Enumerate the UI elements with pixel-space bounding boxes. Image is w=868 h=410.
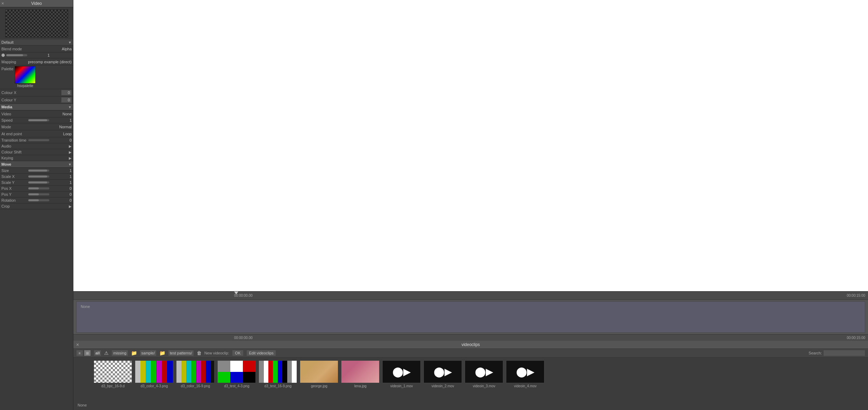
thumb-label-video1: videoin_1.mov xyxy=(390,384,413,388)
list-item[interactable]: george.jpg xyxy=(300,360,338,388)
size-row: Size 1 xyxy=(0,168,73,174)
list-item[interactable]: ⬤▶ videoin_3.mov xyxy=(465,360,503,388)
list-item[interactable]: lena.jpg xyxy=(341,360,379,388)
default-dropdown[interactable]: Default ▼ xyxy=(0,39,73,45)
audio-label: Audio xyxy=(1,144,69,148)
list-item[interactable]: d3_test_16-9.png xyxy=(259,360,297,388)
thumb-color169 xyxy=(176,360,215,383)
opacity-circle[interactable] xyxy=(1,53,5,57)
crop-expand-icon: ▶ xyxy=(69,204,72,208)
move-section-header[interactable]: Move ▼ xyxy=(0,161,73,168)
size-slider[interactable] xyxy=(28,170,49,172)
list-item[interactable]: d3_bpc_16-9.d xyxy=(94,360,132,388)
thumb-bpc xyxy=(94,360,132,383)
colour-shift-label: Colour Shift xyxy=(1,150,69,154)
timeline-area: 00:00:00.00 00:00:15:00 None 00:00:00.00… xyxy=(73,291,868,340)
ok-button[interactable]: OK xyxy=(232,350,244,356)
pos-x-slider[interactable] xyxy=(28,187,49,189)
videoclips-close-button[interactable]: × xyxy=(76,342,79,347)
at-end-point-label: At end point xyxy=(1,132,51,136)
trash-icon[interactable]: 🗑 xyxy=(197,350,202,356)
filter-sample-button[interactable]: sample/ xyxy=(140,350,157,356)
video-camera-icon: ⬤▶ xyxy=(516,366,535,377)
filter-all-button[interactable]: all xyxy=(94,350,101,356)
thumb-label-color43: d3_color_4-3.png xyxy=(140,384,168,388)
list-item[interactable]: ⬤▶ videoin_4.mov xyxy=(506,360,544,388)
audio-row[interactable]: Audio ▶ xyxy=(0,143,73,149)
list-item[interactable]: d3_color_16-9.png xyxy=(176,360,215,388)
list-item[interactable]: ⬤▶ videoin_2.mov xyxy=(424,360,462,388)
rotation-slider[interactable] xyxy=(28,199,49,201)
at-end-point-row: At end point Loop xyxy=(0,130,73,137)
search-label: Search: xyxy=(809,351,822,355)
opacity-value: 1 xyxy=(29,53,50,57)
colour-x-row: Colour X 0 xyxy=(0,89,73,96)
thumb-lena xyxy=(341,360,379,383)
rotation-value: 0 xyxy=(51,198,72,202)
opacity-slider[interactable] xyxy=(6,54,27,56)
thumb-label-video3: videoin_3.mov xyxy=(473,384,495,388)
media-section-header[interactable]: Media ▼ xyxy=(0,104,73,110)
pos-y-slider[interactable] xyxy=(28,193,49,195)
transition-time-row: Transition time 0 xyxy=(0,137,73,143)
search-input[interactable] xyxy=(823,350,865,356)
timeline-ruler: 00:00:00.00 00:00:15:00 xyxy=(73,292,868,300)
filter-test-patterns-button[interactable]: test patterns/ xyxy=(168,350,194,356)
missing-icon: ⚠ xyxy=(104,350,109,356)
list-view-icon[interactable]: ≡ xyxy=(76,350,83,356)
rotation-row: Rotation 0 xyxy=(0,197,73,203)
move-arrow-icon: ▼ xyxy=(68,163,72,166)
transition-time-label: Transition time xyxy=(1,138,28,142)
pos-x-row: Pos X 0 xyxy=(0,186,73,192)
filter-missing-button[interactable]: missing xyxy=(111,350,128,356)
edit-videoclips-button[interactable]: Edit videoclips xyxy=(246,350,276,356)
timeline-playhead[interactable] xyxy=(234,292,238,294)
default-label: Default xyxy=(1,40,68,44)
chevron-down-icon: ▼ xyxy=(68,41,72,44)
folder-icon: 📁 xyxy=(131,350,137,356)
colour-y-value[interactable]: 0 xyxy=(61,97,72,103)
palette-name: hsvpalette xyxy=(15,84,36,88)
close-button[interactable]: × xyxy=(1,1,4,6)
at-end-point-value: Loop xyxy=(51,132,72,136)
mode-value: Normal xyxy=(51,125,72,129)
mapping-value: precomp example (direct) xyxy=(28,60,72,64)
video-camera-icon: ⬤▶ xyxy=(392,366,411,377)
scale-x-label: Scale X xyxy=(1,174,28,179)
list-item[interactable]: d3_test_4-3.png xyxy=(217,360,256,388)
colour-x-value[interactable]: 0 xyxy=(61,90,72,95)
speed-slider[interactable] xyxy=(28,119,49,121)
keying-row[interactable]: Keying ▶ xyxy=(0,155,73,161)
palette-preview[interactable] xyxy=(15,66,36,84)
right-area: 00:00:00.00 00:00:15:00 None 00:00:00.00… xyxy=(73,0,868,410)
audio-expand-icon: ▶ xyxy=(69,144,72,148)
scale-x-row: Scale X 1 xyxy=(0,174,73,180)
folder2-icon: 📁 xyxy=(159,350,165,356)
list-item[interactable]: ⬤▶ videoin_1.mov xyxy=(382,360,421,388)
list-item[interactable]: d3_color_4-3.png xyxy=(135,360,173,388)
pos-x-value: 0 xyxy=(51,186,72,190)
scale-x-value: 1 xyxy=(51,174,72,179)
speed-row: Speed 1 xyxy=(0,117,73,123)
scale-y-slider[interactable] xyxy=(28,181,49,184)
crop-row[interactable]: Crop ▶ xyxy=(0,203,73,209)
scale-x-slider[interactable] xyxy=(28,175,49,178)
none-label: None xyxy=(75,402,89,409)
keying-label: Keying xyxy=(1,156,69,160)
timeline-track[interactable]: None xyxy=(76,301,865,333)
media-label: Media xyxy=(1,105,68,109)
thumb-george xyxy=(300,360,338,383)
blend-mode-label: Blend mode xyxy=(1,47,51,51)
colour-shift-row[interactable]: Colour Shift ▶ xyxy=(0,149,73,155)
videoclips-title: videoclips xyxy=(462,342,480,347)
thumb-video1: ⬤▶ xyxy=(382,360,421,383)
thumb-label-test43: d3_test_4-3.png xyxy=(224,384,249,388)
pos-x-label: Pos X xyxy=(1,186,28,190)
colour-x-label: Colour X xyxy=(1,91,61,95)
transition-time-slider[interactable] xyxy=(28,139,49,141)
thumb-label-george: george.jpg xyxy=(311,384,327,388)
pos-y-value: 0 xyxy=(51,192,72,196)
timeline-bottom-time-end: 00:00:15:00 xyxy=(847,336,865,340)
grid-view-icon[interactable]: ⊞ xyxy=(84,350,91,356)
size-value: 1 xyxy=(51,168,72,173)
